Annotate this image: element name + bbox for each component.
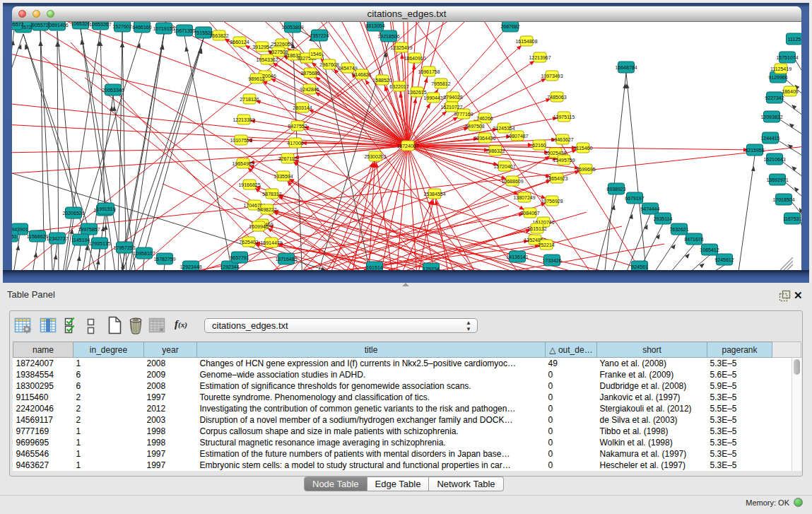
svg-text:1615132: 1615132 — [527, 226, 546, 231]
svg-text:10973493: 10973493 — [541, 74, 563, 78]
svg-text:6497508: 6497508 — [465, 124, 484, 129]
svg-text:161514: 161514 — [366, 265, 382, 270]
svg-text:8215958: 8215958 — [745, 148, 764, 153]
svg-text:20206526: 20206526 — [62, 211, 84, 216]
svg-text:11125419: 11125419 — [770, 66, 792, 71]
svg-text:2718126: 2718126 — [240, 97, 259, 102]
svg-text:17018504: 17018504 — [772, 197, 794, 202]
svg-text:20364436: 20364436 — [473, 136, 495, 141]
svg-text:8660124: 8660124 — [230, 40, 249, 45]
svg-text:9227342: 9227342 — [765, 95, 784, 100]
svg-text:9129966: 9129966 — [768, 75, 787, 80]
svg-text:7357224: 7357224 — [310, 33, 329, 38]
svg-text:1335594: 1335594 — [273, 174, 293, 179]
svg-text:13716485: 13716485 — [275, 257, 297, 262]
svg-text:11125: 11125 — [788, 37, 801, 42]
svg-text:1167531: 1167531 — [783, 216, 801, 221]
svg-text:9146821: 9146821 — [352, 72, 371, 77]
svg-text:10107553: 10107553 — [230, 138, 252, 143]
svg-text:7485063: 7485063 — [547, 95, 566, 100]
svg-text:6322017: 6322017 — [389, 84, 408, 89]
svg-text:1609946: 1609946 — [249, 224, 268, 229]
svg-text:7625402: 7625402 — [239, 240, 258, 245]
svg-text:1733426: 1733426 — [542, 258, 561, 263]
svg-text:62160: 62160 — [532, 143, 546, 148]
svg-text:25226058: 25226058 — [271, 42, 293, 47]
svg-text:19218506: 19218506 — [377, 34, 399, 39]
svg-text:19654985: 19654985 — [232, 161, 254, 166]
svg-text:9242845: 9242845 — [300, 87, 319, 92]
svg-text:9474444: 9474444 — [640, 206, 659, 211]
svg-text:16210722: 16210722 — [440, 105, 462, 110]
svg-text:8938923: 8938923 — [606, 187, 625, 192]
svg-text:16154808: 16154808 — [515, 39, 537, 44]
svg-text:13807249: 13807249 — [513, 195, 535, 200]
svg-text:1292344: 1292344 — [220, 264, 239, 269]
svg-text:19463627: 19463627 — [551, 137, 573, 142]
svg-text:9245612: 9245612 — [714, 257, 734, 262]
svg-text:1065412: 1065412 — [700, 247, 719, 252]
svg-text:8454749: 8454749 — [338, 66, 357, 71]
svg-text:1244415: 1244415 — [760, 136, 779, 141]
svg-text:12923448: 12923448 — [180, 264, 201, 269]
svg-text:31245354: 31245354 — [493, 126, 514, 131]
svg-text:18654923: 18654923 — [546, 176, 567, 181]
svg-text:7955812: 7955812 — [431, 81, 450, 86]
svg-text:16648784: 16648784 — [615, 65, 637, 70]
svg-text:16782759: 16782759 — [153, 257, 175, 262]
svg-text:13692971: 13692971 — [766, 177, 788, 182]
svg-text:2803144: 2803144 — [293, 105, 312, 110]
svg-text:1991519: 1991519 — [96, 206, 115, 211]
svg-text:10756928: 10756928 — [541, 199, 563, 204]
svg-text:1905572: 1905572 — [12, 22, 24, 27]
svg-text:3912954: 3912954 — [252, 45, 271, 49]
svg-text:8813054: 8813054 — [365, 23, 384, 28]
svg-text:1065326: 1065326 — [71, 22, 90, 26]
svg-text:5878312: 5878312 — [262, 192, 281, 197]
svg-text:10719155: 10719155 — [153, 26, 175, 31]
svg-text:1527602: 1527602 — [112, 24, 131, 29]
svg-text:12093832: 12093832 — [760, 115, 782, 119]
svg-text:15720407: 15720407 — [493, 164, 515, 169]
svg-text:9657791: 9657791 — [230, 255, 249, 260]
svg-text:17957253: 17957253 — [113, 245, 135, 250]
svg-text:13495759: 13495759 — [553, 158, 575, 163]
svg-text:12213967: 12213967 — [529, 55, 551, 60]
svg-text:8471676: 8471676 — [684, 237, 703, 242]
svg-text:1990443: 1990443 — [423, 95, 442, 100]
svg-text:16210643: 16210643 — [763, 157, 785, 162]
svg-text:9084067: 9084067 — [520, 211, 539, 216]
svg-text:20691406: 20691406 — [46, 23, 68, 28]
svg-text:25300203: 25300203 — [364, 154, 386, 159]
svg-text:7986322: 7986322 — [486, 148, 505, 153]
svg-text:1145194: 1145194 — [71, 238, 90, 243]
svg-text:18640910: 18640910 — [404, 56, 425, 61]
svg-text:6679197: 6679197 — [625, 196, 644, 201]
svg-text:10543362: 10543362 — [256, 57, 278, 62]
svg-text:6466160: 6466160 — [132, 25, 151, 30]
svg-text:9115460: 9115460 — [574, 146, 593, 151]
svg-text:924561: 924561 — [631, 264, 647, 269]
svg-text:1362615: 1362615 — [407, 90, 426, 95]
svg-text:186409: 186409 — [782, 89, 798, 94]
svg-text:2687682: 2687682 — [500, 24, 519, 29]
svg-text:252214: 252214 — [538, 243, 554, 247]
svg-text:417006: 417006 — [287, 141, 303, 146]
svg-text:1546: 1546 — [310, 52, 322, 57]
svg-text:1588520: 1588520 — [372, 78, 392, 83]
svg-text:2935114: 2935114 — [654, 216, 673, 221]
svg-text:15751074: 15751074 — [776, 55, 798, 60]
svg-text:10958107: 10958107 — [133, 251, 155, 256]
svg-text:16961758: 16961758 — [418, 69, 440, 74]
svg-text:12342737: 12342737 — [46, 236, 68, 241]
svg-text:2967608: 2967608 — [319, 62, 339, 67]
svg-text:989613: 989613 — [248, 76, 264, 81]
svg-text:10671355: 10671355 — [173, 28, 195, 33]
svg-text:746266: 746266 — [476, 116, 493, 121]
svg-text:18724007: 18724007 — [396, 144, 418, 148]
svg-text:7632621: 7632621 — [669, 227, 688, 232]
svg-text:5498222: 5498222 — [257, 207, 276, 212]
svg-text:39153: 39153 — [12, 234, 17, 239]
svg-text:10025438: 10025438 — [544, 151, 566, 156]
svg-text:11568629: 11568629 — [27, 234, 49, 239]
